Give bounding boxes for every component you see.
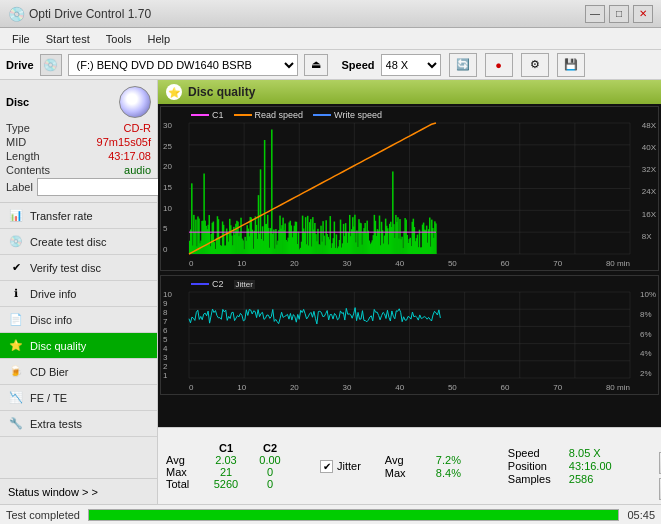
app-icon: 💿 xyxy=(8,6,25,22)
speed-label: Speed xyxy=(508,447,568,459)
disc-contents-row: Contents audio xyxy=(6,164,151,176)
disc-length-value: 43:17.08 xyxy=(108,150,151,162)
transfer-rate-icon: 📊 xyxy=(8,208,24,224)
drive-bar: Drive 💿 (F:) BENQ DVD DD DW1640 BSRB ⏏ S… xyxy=(0,50,661,80)
stats-table: C1 C2 Avg 2.03 0.00 Max 21 0 Total 5260 … xyxy=(166,442,292,490)
menu-file[interactable]: File xyxy=(4,31,38,47)
legend-write-speed: Write speed xyxy=(334,110,382,120)
disc-type-row: Type CD-R xyxy=(6,122,151,134)
disc-length-label: Length xyxy=(6,150,40,162)
stats-avg-label: Avg xyxy=(166,454,204,466)
chart-top: C1 Read speed Write speed 30 25 20 xyxy=(160,106,659,271)
settings-button[interactable]: ⚙ xyxy=(521,53,549,77)
menu-start-test[interactable]: Start test xyxy=(38,31,98,47)
speed-label: Speed xyxy=(342,59,375,71)
stats-avg-c2: 0.00 xyxy=(248,454,292,466)
disc-quality-icon: ⭐ xyxy=(8,338,24,354)
menu-tools[interactable]: Tools xyxy=(98,31,140,47)
drive-label: Drive xyxy=(6,59,34,71)
cd-bier-icon: 🍺 xyxy=(8,364,24,380)
create-test-disc-label: Create test disc xyxy=(30,236,106,248)
disc-contents-value: audio xyxy=(124,164,151,176)
disc-section-title: Disc xyxy=(6,96,29,108)
jitter-section: ✔ Jitter xyxy=(320,460,361,473)
jitter-max-label: Max xyxy=(385,467,435,479)
sidebar-item-extra-tests[interactable]: 🔧 Extra tests xyxy=(0,411,157,437)
stats-header-c2: C2 xyxy=(248,442,292,454)
drive-select[interactable]: (F:) BENQ DVD DD DW1640 BSRB xyxy=(68,54,298,76)
drive-info-icon: ℹ xyxy=(8,286,24,302)
disc-quality-title: Disc quality xyxy=(188,85,255,99)
disc-type-value: CD-R xyxy=(124,122,152,134)
disc-mid-row: MID 97m15s05f xyxy=(6,136,151,148)
jitter-checkbox[interactable]: ✔ xyxy=(320,460,333,473)
drive-eject-button[interactable]: ⏏ xyxy=(304,54,328,76)
maximize-button[interactable]: □ xyxy=(609,5,629,23)
sidebar-item-verify-test-disc[interactable]: ✔ Verify test disc xyxy=(0,255,157,281)
verify-test-disc-label: Verify test disc xyxy=(30,262,101,274)
jitter-label: Jitter xyxy=(337,460,361,472)
transfer-rate-label: Transfer rate xyxy=(30,210,93,222)
samples-label: Samples xyxy=(508,473,568,485)
stats-header-empty xyxy=(166,442,204,454)
sidebar: Disc Type CD-R MID 97m15s05f Length 43:1… xyxy=(0,80,158,504)
jitter-avg-label: Avg xyxy=(385,454,435,466)
speed-value: 8.05 X xyxy=(569,447,639,459)
legend-jitter: Jitter xyxy=(234,280,255,289)
progress-bar-fill xyxy=(89,510,618,520)
extra-tests-icon: 🔧 xyxy=(8,416,24,432)
progress-bar xyxy=(88,509,619,521)
sidebar-item-drive-info[interactable]: ℹ Drive info xyxy=(0,281,157,307)
disc-quality-header-icon: ⭐ xyxy=(166,84,182,100)
right-panel: ⭐ Disc quality C1 Read speed xyxy=(158,80,661,504)
jitter-max-value: 8.4% xyxy=(436,467,480,479)
fe-te-icon: 📉 xyxy=(8,390,24,406)
menu-help[interactable]: Help xyxy=(139,31,178,47)
position-label: Position xyxy=(508,460,568,472)
refresh-button[interactable]: 🔄 xyxy=(449,53,477,77)
stats-total-c2: 0 xyxy=(248,478,292,490)
save-button[interactable]: 💾 xyxy=(557,53,585,77)
disc-info-icon: 📄 xyxy=(8,312,24,328)
stats-max-c2: 0 xyxy=(248,466,292,478)
drive-icon: 💿 xyxy=(40,54,62,76)
color-button[interactable]: ● xyxy=(485,53,513,77)
disc-section: Disc Type CD-R MID 97m15s05f Length 43:1… xyxy=(0,80,157,203)
status-window-button[interactable]: Status window > > xyxy=(0,478,157,504)
close-button[interactable]: ✕ xyxy=(633,5,653,23)
disc-label-row: Label 🔍 xyxy=(6,178,151,196)
create-test-disc-icon: 💿 xyxy=(8,234,24,250)
stats-max-label: Max xyxy=(166,466,204,478)
sidebar-item-transfer-rate[interactable]: 📊 Transfer rate xyxy=(0,203,157,229)
status-bar: Test completed 05:45 xyxy=(0,504,661,524)
sidebar-item-fe-te[interactable]: 📉 FE / TE xyxy=(0,385,157,411)
sidebar-item-create-test-disc[interactable]: 💿 Create test disc xyxy=(0,229,157,255)
chart-bottom-canvas xyxy=(161,276,658,394)
sidebar-item-disc-quality[interactable]: ⭐ Disc quality xyxy=(0,333,157,359)
legend-c2: C2 xyxy=(212,279,224,289)
main-area: Disc Type CD-R MID 97m15s05f Length 43:1… xyxy=(0,80,661,504)
disc-quality-header: ⭐ Disc quality xyxy=(158,80,661,104)
status-time: 05:45 xyxy=(627,509,655,521)
stats-avg-c1: 2.03 xyxy=(204,454,248,466)
stats-total-c1: 5260 xyxy=(204,478,248,490)
stats-total-label: Total xyxy=(166,478,204,490)
window-controls: — □ ✕ xyxy=(585,5,653,23)
speed-info: Speed 8.05 X Position 43:16.00 Samples 2… xyxy=(508,447,639,485)
disc-length-row: Length 43:17.08 xyxy=(6,150,151,162)
disc-quality-label: Disc quality xyxy=(30,340,86,352)
sidebar-item-disc-info[interactable]: 📄 Disc info xyxy=(0,307,157,333)
disc-label-input[interactable] xyxy=(37,178,166,196)
legend-c1: C1 xyxy=(212,110,224,120)
title-bar: 💿 Opti Drive Control 1.70 — □ ✕ xyxy=(0,0,661,28)
legend-read-speed: Read speed xyxy=(255,110,304,120)
verify-test-disc-icon: ✔ xyxy=(8,260,24,276)
jitter-values: Avg 7.2% Max 8.4% xyxy=(385,454,480,479)
minimize-button[interactable]: — xyxy=(585,5,605,23)
speed-select[interactable]: 48 X xyxy=(381,54,441,76)
menu-bar: File Start test Tools Help xyxy=(0,28,661,50)
jitter-avg-value: 7.2% xyxy=(436,454,480,466)
sidebar-item-cd-bier[interactable]: 🍺 CD Bier xyxy=(0,359,157,385)
disc-type-label: Type xyxy=(6,122,30,134)
app-title: Opti Drive Control 1.70 xyxy=(29,7,585,21)
